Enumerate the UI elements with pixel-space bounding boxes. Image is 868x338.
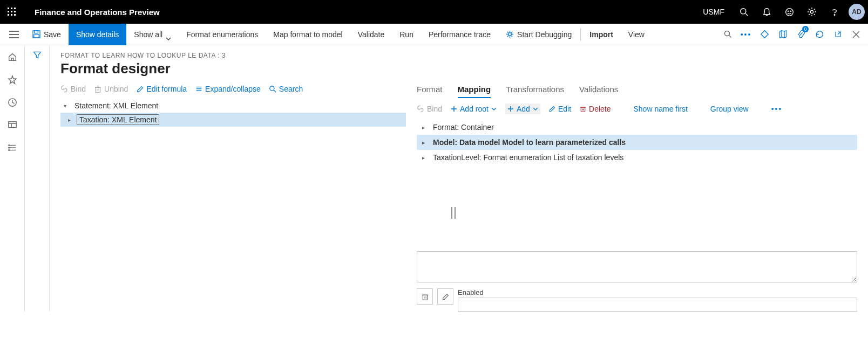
refresh-icon[interactable]	[811, 24, 828, 45]
star-icon[interactable]	[6, 73, 19, 86]
expand-icon[interactable]: ▸	[422, 155, 433, 161]
add-button[interactable]: Add	[505, 104, 540, 114]
diamond-icon[interactable]	[756, 24, 773, 45]
svg-point-15	[810, 10, 813, 13]
enabled-label: Enabled	[458, 288, 857, 296]
bell-icon[interactable]	[756, 0, 777, 24]
delete-button[interactable]: Delete	[580, 105, 611, 113]
page-title: Format designer	[60, 60, 857, 77]
validate-button[interactable]: Validate	[350, 24, 392, 45]
more-button[interactable]: •••	[771, 105, 783, 113]
help-icon[interactable]	[824, 0, 845, 24]
svg-point-9	[740, 8, 745, 13]
svg-point-14	[790, 11, 791, 11]
show-details-button[interactable]: Show details	[69, 24, 126, 45]
unbind-button: Unbind	[94, 85, 128, 93]
search-command-icon[interactable]	[719, 24, 736, 45]
group-view-button[interactable]: Group view	[710, 105, 749, 113]
recent-icon[interactable]	[6, 96, 19, 109]
debug-icon	[506, 30, 514, 38]
expand-icon[interactable]: ▸	[422, 125, 433, 130]
tab-transformations[interactable]: Transformations	[506, 85, 564, 98]
home-icon[interactable]	[6, 51, 19, 64]
ds-label: Format: Container	[433, 123, 494, 132]
edit-formula-button[interactable]: Edit formula	[137, 85, 187, 93]
command-bar: Save Show details Show all Format enumer…	[0, 24, 868, 45]
svg-rect-52	[581, 107, 585, 112]
user-avatar[interactable]: AD	[849, 4, 865, 20]
svg-line-25	[729, 36, 731, 38]
hamburger-icon[interactable]	[3, 31, 25, 38]
edit-button[interactable]: Edit	[549, 105, 571, 113]
tab-format[interactable]: Format	[417, 85, 443, 98]
save-button[interactable]: Save	[25, 24, 69, 45]
search-button[interactable]: Search	[269, 85, 303, 93]
add-root-button[interactable]: Add root	[451, 105, 497, 113]
ds-row[interactable]: ▸Format: Container	[417, 120, 857, 135]
tree-row-selected[interactable]: ▸ Taxation: XML Element	[60, 113, 406, 127]
popout-icon[interactable]	[829, 24, 846, 45]
enabled-input[interactable]	[458, 298, 857, 312]
app-launcher-icon[interactable]	[0, 0, 24, 24]
format-enumerations-button[interactable]: Format enumerations	[179, 24, 266, 45]
svg-rect-5	[14, 11, 16, 12]
svg-rect-8	[14, 14, 16, 16]
show-all-button[interactable]: Show all	[126, 24, 179, 45]
svg-point-46	[270, 86, 274, 90]
save-label: Save	[44, 30, 61, 39]
workspace-icon[interactable]	[6, 119, 19, 132]
ds-row-selected[interactable]: ▸Model: Data model Model to learn parame…	[417, 135, 857, 150]
delete-square-button[interactable]	[417, 288, 433, 305]
svg-point-16	[834, 15, 835, 16]
bind-button-right: Bind	[417, 105, 442, 113]
svg-point-23	[508, 33, 512, 36]
svg-point-24	[724, 31, 729, 36]
svg-point-37	[8, 150, 9, 151]
map-icon[interactable]	[774, 24, 791, 45]
splitter-handle[interactable]	[451, 207, 456, 219]
svg-rect-22	[34, 35, 39, 38]
datasource-tree: ▸Format: Container ▸Model: Data model Mo…	[417, 120, 857, 165]
close-icon[interactable]	[847, 24, 865, 45]
tree-row-root[interactable]: ▾ Statement: XML Element	[60, 99, 406, 113]
bottom-panel: Enabled	[417, 251, 857, 312]
svg-rect-2	[14, 8, 16, 9]
svg-rect-56	[423, 295, 427, 300]
import-button[interactable]: Import	[582, 24, 621, 45]
attachments-icon[interactable]: 0	[792, 24, 810, 45]
expand-icon[interactable]: ▸	[68, 117, 77, 123]
svg-line-47	[274, 90, 276, 92]
formula-textarea[interactable]	[417, 251, 857, 282]
performance-trace-button[interactable]: Performance trace	[421, 24, 498, 45]
expand-icon[interactable]: ▸	[422, 140, 433, 146]
svg-point-35	[8, 145, 9, 146]
search-icon[interactable]	[733, 0, 755, 24]
tree-label: Statement: XML Element	[72, 101, 160, 111]
svg-rect-29	[8, 122, 16, 128]
map-format-button[interactable]: Map format to model	[266, 24, 350, 45]
start-debugging-button[interactable]: Start Debugging	[498, 24, 579, 45]
format-tree-pane: Bind Unbind Edit formula Expand/collapse…	[60, 85, 406, 312]
tab-validations[interactable]: Validations	[579, 85, 618, 98]
collapse-icon[interactable]: ▾	[64, 103, 72, 109]
smiley-icon[interactable]	[778, 0, 800, 24]
show-name-first-button[interactable]: Show name first	[633, 105, 687, 113]
left-toolbar: Bind Unbind Edit formula Expand/collapse…	[60, 85, 406, 93]
filter-icon[interactable]	[33, 51, 42, 312]
ds-row[interactable]: ▸TaxationLevel: Format enumeration List …	[417, 150, 857, 165]
ds-label: TaxationLevel: Format enumeration List o…	[433, 153, 623, 162]
start-debug-label: Start Debugging	[517, 30, 572, 39]
gear-icon[interactable]	[801, 0, 823, 24]
company-code[interactable]: USMF	[695, 8, 732, 16]
run-button[interactable]: Run	[392, 24, 421, 45]
svg-rect-3	[8, 11, 9, 12]
edit-square-button[interactable]	[437, 288, 453, 305]
view-button[interactable]: View	[621, 24, 652, 45]
svg-rect-6	[8, 14, 9, 16]
modules-icon[interactable]	[6, 141, 19, 154]
save-icon	[32, 30, 40, 38]
tab-mapping[interactable]: Mapping	[458, 85, 491, 98]
more-icon[interactable]: •••	[737, 24, 755, 45]
expand-collapse-button[interactable]: Expand/collapse	[195, 85, 261, 93]
svg-rect-1	[11, 8, 12, 9]
